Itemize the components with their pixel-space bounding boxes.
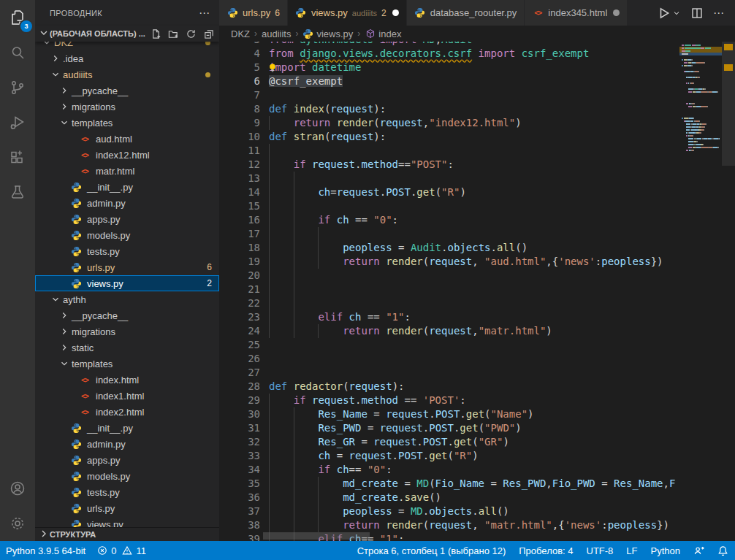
tree-item-index2.html[interactable]: <>index2.html [35, 404, 219, 420]
code-line-18[interactable]: 18 peopless = Audit.objects.all() [219, 241, 679, 255]
tab-urls.py[interactable]: urls.py6 [219, 0, 288, 26]
code-line-33[interactable]: 33 ch = request.POST.get("R") [219, 449, 679, 463]
new-folder-icon[interactable] [167, 27, 180, 40]
dirty-indicator-icon[interactable] [613, 9, 620, 16]
explorer-more-icon[interactable]: ⋯ [199, 7, 210, 20]
code-editor[interactable]: 3from aythh.models import MD,Audit4from … [219, 42, 679, 541]
code-line-35[interactable]: 35 md_create = MD(Fio_Name = Res_PWD,Fio… [219, 477, 679, 491]
feedback-icon[interactable] [687, 541, 711, 560]
code-line-14[interactable]: 14 ch=request.POST.get("R") [219, 185, 679, 199]
code-line-20[interactable]: 20 [219, 269, 679, 283]
activity-extensions-button[interactable] [0, 140, 35, 175]
new-file-icon[interactable] [149, 27, 162, 40]
tree-item-DKZ[interactable]: DKZ [35, 42, 219, 50]
notifications-bell-icon[interactable] [711, 541, 735, 560]
language-mode[interactable]: Python [644, 541, 687, 560]
code-line-28[interactable]: 28def redactor(request): [219, 380, 679, 394]
tree-item-aythh[interactable]: aythh [35, 291, 219, 307]
code-line-12[interactable]: 12 if request.method=="POST": [219, 158, 679, 172]
code-line-17[interactable]: 17 [219, 227, 679, 241]
breadcrumb-item-folder[interactable]: audiiits [262, 28, 291, 39]
problems-indicator[interactable]: 0 11 [91, 541, 152, 560]
code-line-5[interactable]: 5import datetime [219, 61, 679, 74]
code-line-4[interactable]: 4from django.views.decorators.csrf impor… [219, 47, 679, 61]
tree-item-models.py[interactable]: models.py [35, 227, 219, 243]
overview-ruler[interactable] [722, 42, 735, 541]
code-line-7[interactable]: 7 [219, 88, 679, 102]
code-line-37[interactable]: 37 peopless = MD.objects.all() [219, 505, 679, 518]
code-line-15[interactable]: 15 [219, 199, 679, 213]
code-line-34[interactable]: 34 if ch== "0": [219, 463, 679, 477]
breadcrumb-item-project[interactable]: DKZ [231, 28, 250, 39]
collapse-all-icon[interactable] [202, 27, 215, 40]
tree-item-apps.py[interactable]: apps.py [35, 211, 219, 227]
tree-item-templates[interactable]: templates [35, 115, 219, 131]
split-editor-button[interactable] [691, 7, 703, 19]
tree-item-urls.py[interactable]: urls.py [35, 500, 219, 516]
tree-item-urls.py[interactable]: urls.py6 [35, 259, 219, 275]
tree-item-migrations[interactable]: migrations [35, 99, 219, 115]
cursor-position[interactable]: Строка 6, столбец 1 (выбрано 12) [351, 541, 513, 560]
activity-settings-button[interactable] [0, 506, 35, 541]
code-line-21[interactable]: 21 [219, 283, 679, 296]
indentation-indicator[interactable]: Пробелов: 4 [512, 541, 579, 560]
tree-item-static[interactable]: static [35, 340, 219, 356]
eol-indicator[interactable]: LF [620, 541, 644, 560]
code-line-25[interactable]: 25 [219, 338, 679, 352]
tree-item-models.py[interactable]: models.py [35, 468, 219, 484]
tree-item-index.html[interactable]: <>index.html [35, 372, 219, 388]
workspace-section-header[interactable]: (РАБОЧАЯ ОБЛАСТЬ) ... [35, 26, 219, 42]
structure-section-header[interactable]: СТРУКТУРА [35, 527, 219, 541]
code-line-30[interactable]: 30 Res_Name = request.POST.get("Name") [219, 407, 679, 421]
editor-more-actions-button[interactable]: ⋯ [713, 7, 725, 20]
code-line-32[interactable]: 32 Res_GR = request.POST.get("GR") [219, 435, 679, 449]
code-line-27[interactable]: 27 [219, 366, 679, 380]
minimap[interactable] [679, 42, 722, 541]
tree-item-audiiits[interactable]: audiiits [35, 66, 219, 83]
tree-item-migrations[interactable]: migrations [35, 323, 219, 340]
tree-item-.idea[interactable]: .idea [35, 50, 219, 66]
tree-item-admin.py[interactable]: admin.py [35, 436, 219, 452]
tab-index345.html[interactable]: <>index345.html [525, 0, 628, 26]
code-line-3[interactable]: 3from aythh.models import MD,Audit [219, 42, 679, 47]
code-line-24[interactable]: 24 return render(request,"matr.html") [219, 324, 679, 338]
vertical-scrollbar[interactable] [722, 42, 735, 166]
tab-views.py[interactable]: views.pyaudiiits2 [288, 0, 407, 26]
tree-item-__pycache__[interactable]: __pycache__ [35, 83, 219, 99]
activity-run-debug-button[interactable] [0, 105, 35, 140]
tree-item-views.py[interactable]: views.py2 [35, 275, 219, 291]
python-interpreter-indicator[interactable]: Python 3.9.5 64-bit [0, 541, 91, 560]
code-line-16[interactable]: 16 if ch == "0": [219, 213, 679, 227]
tree-item-__pycache__[interactable]: __pycache__ [35, 307, 219, 323]
code-line-36[interactable]: 36 md_create.save() [219, 491, 679, 505]
tree-item-tests.py[interactable]: tests.py [35, 484, 219, 500]
horizontal-scrollbar[interactable] [263, 532, 370, 540]
code-line-13[interactable]: 13 [219, 172, 679, 185]
activity-search-button[interactable] [0, 35, 35, 70]
lightbulb-icon[interactable] [267, 63, 278, 73]
tree-item-tests.py[interactable]: tests.py [35, 243, 219, 259]
code-line-26[interactable]: 26 [219, 352, 679, 366]
tree-item-aud.html[interactable]: <>aud.html [35, 131, 219, 147]
tree-item-views.py[interactable]: views.py [35, 516, 219, 527]
encoding-indicator[interactable]: UTF-8 [580, 541, 620, 560]
code-line-10[interactable]: 10def stran(request): [219, 130, 679, 144]
dirty-indicator-icon[interactable] [392, 9, 399, 16]
tree-item-templates[interactable]: templates [35, 356, 219, 372]
code-line-22[interactable]: 22 [219, 296, 679, 310]
code-line-23[interactable]: 23 elif ch == "1": [219, 310, 679, 324]
activity-account-button[interactable] [0, 471, 35, 506]
tree-item-admin.py[interactable]: admin.py [35, 195, 219, 211]
tree-item-__init__.py[interactable]: __init__.py [35, 420, 219, 436]
tree-item-matr.html[interactable]: <>matr.html [35, 163, 219, 179]
code-line-29[interactable]: 29 if request.method == 'POST': [219, 394, 679, 407]
refresh-icon[interactable] [184, 27, 197, 40]
activity-source-control-button[interactable] [0, 70, 35, 105]
code-line-19[interactable]: 19 return render(request, "aud.html",{'n… [219, 255, 679, 269]
tree-item-__init__.py[interactable]: __init__.py [35, 179, 219, 195]
code-line-38[interactable]: 38 return render(request, "matr.html",{'… [219, 518, 679, 532]
tree-item-index1.html[interactable]: <>index1.html [35, 388, 219, 404]
code-line-8[interactable]: 8def index(request): [219, 102, 679, 116]
code-line-6[interactable]: 6@csrf_exempt [219, 74, 679, 88]
tab-database_roouter.py[interactable]: database_roouter.py [407, 0, 525, 26]
